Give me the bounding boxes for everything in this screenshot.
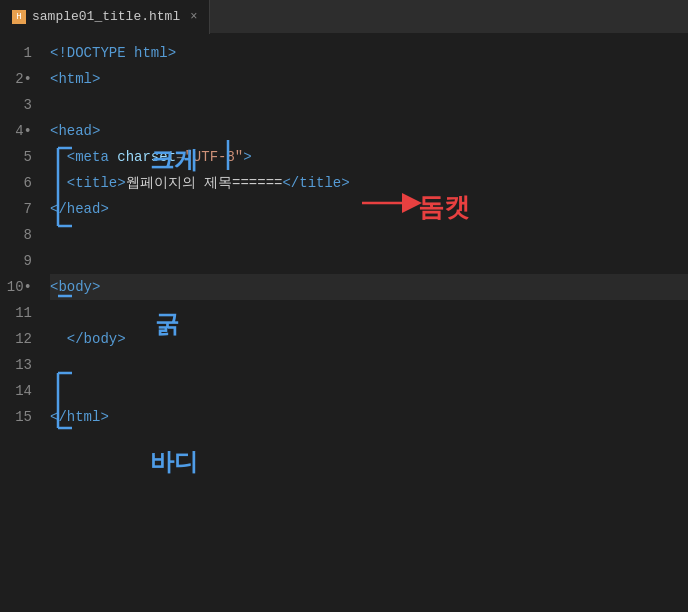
code-line-10: <body> [50,274,688,300]
code-line-5: <meta charset="UTF-8"> [50,144,688,170]
code-line-11 [50,300,688,326]
code-line-2: <html> [50,66,688,92]
code-line-14 [50,378,688,404]
editor-area: 1 2• 3 4• 5 6 7 8 9 10• 11 12 13 14 15 <… [0,34,688,612]
line-num-1: 1 [0,40,32,66]
line-num-5: 5 [0,144,32,170]
tab-bar: H sample01_title.html × [0,0,688,34]
line-num-9: 9 [0,248,32,274]
line-num-6: 6 [0,170,32,196]
line-num-15: 15 [0,404,32,430]
code-line-6: <title>웹페이지의 제목======</title> [50,170,688,196]
line-num-3: 3 [0,92,32,118]
line-numbers: 1 2• 3 4• 5 6 7 8 9 10• 11 12 13 14 15 [0,34,42,612]
line-num-10: 10• [0,274,32,300]
code-line-1: <!DOCTYPE html> [50,40,688,66]
line-num-2: 2• [0,66,32,92]
code-line-13 [50,352,688,378]
code-line-12: </body> [50,326,688,352]
code-line-15: </html> [50,404,688,430]
line-num-7: 7 [0,196,32,222]
tab-filename: sample01_title.html [32,9,180,24]
code-line-3 [50,92,688,118]
code-line-4: <head> [50,118,688,144]
code-content[interactable]: <!DOCTYPE html> <html> <head> <meta char… [42,34,688,612]
tab-close-button[interactable]: × [190,10,197,24]
line-num-14: 14 [0,378,32,404]
line-num-13: 13 [0,352,32,378]
line-num-4: 4• [0,118,32,144]
editor-tab[interactable]: H sample01_title.html × [0,0,210,34]
line-num-11: 11 [0,300,32,326]
line-num-12: 12 [0,326,32,352]
code-line-8 [50,222,688,248]
file-icon: H [12,10,26,24]
line-num-8: 8 [0,222,32,248]
code-line-7: </head> [50,196,688,222]
code-line-9 [50,248,688,274]
